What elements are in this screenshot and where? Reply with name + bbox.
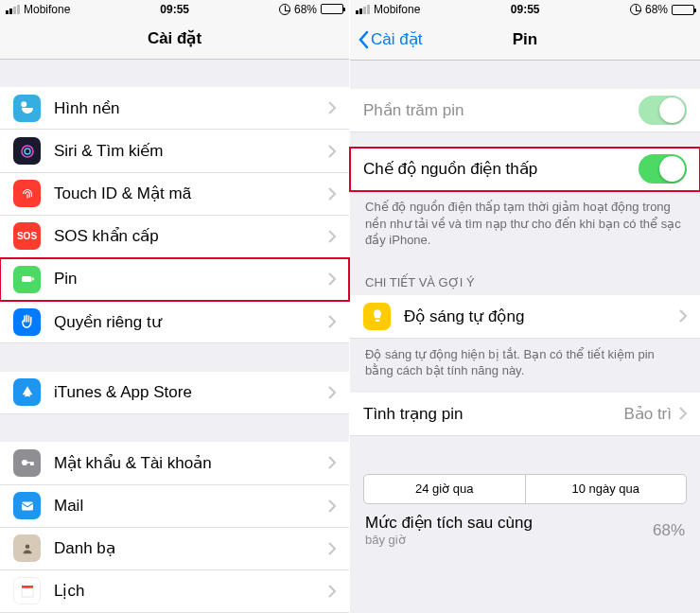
row-label: Quyền riêng tư (54, 312, 328, 332)
page-title: Pin (513, 30, 537, 49)
svg-point-0 (21, 102, 26, 108)
chevron-left-icon (358, 30, 369, 49)
segment-24h[interactable]: 24 giờ qua (364, 475, 525, 503)
fingerprint-icon (13, 180, 41, 207)
signal-icon (6, 5, 20, 14)
chevron-right-icon (328, 456, 336, 469)
battery-icon (13, 266, 41, 293)
row-label: Hình nền (54, 98, 328, 118)
bulb-icon (363, 303, 391, 330)
chevron-right-icon (328, 499, 336, 513)
nav-bar: Cài đặt Pin (350, 19, 700, 61)
row-itunes[interactable]: iTunes & App Store (0, 372, 349, 414)
row-passwords[interactable]: Mật khẩu & Tài khoản (0, 442, 349, 484)
svg-rect-10 (375, 320, 379, 322)
toggle-low-power-mode[interactable] (639, 154, 687, 184)
row-sos[interactable]: SOS SOS khẩn cấp (0, 216, 349, 258)
row-touchid[interactable]: Touch ID & Mật mã (0, 173, 349, 216)
page-title: Cài đặt (148, 28, 201, 48)
toggle-battery-pct (639, 96, 687, 125)
health-value: Bảo trì (623, 404, 672, 424)
svg-rect-9 (22, 588, 33, 597)
row-auto-brightness[interactable]: Độ sáng tự động (350, 295, 700, 339)
hand-icon (13, 308, 41, 336)
status-bar: Mobifone 09:55 68% (0, 0, 349, 19)
status-time: 09:55 (160, 3, 189, 16)
status-time: 09:55 (511, 3, 540, 16)
row-battery-pct: Phần trăm pin (350, 89, 700, 132)
svg-rect-8 (22, 586, 33, 588)
chevron-right-icon (679, 309, 687, 323)
battery-icon (672, 5, 694, 15)
row-label: Pin (54, 270, 328, 289)
row-label: Chế độ nguồn điện thấp (363, 159, 639, 179)
row-privacy[interactable]: Quyền riêng tư (0, 301, 349, 343)
svg-rect-4 (32, 278, 34, 281)
chevron-right-icon (328, 187, 336, 201)
chevron-right-icon (328, 145, 336, 158)
chevron-right-icon (679, 407, 687, 420)
row-contacts[interactable]: Danh bạ (0, 528, 349, 570)
clock-icon (630, 4, 641, 15)
segment-10d[interactable]: 10 ngày qua (525, 475, 687, 503)
battery-pct: 68% (645, 3, 668, 16)
nav-bar: Cài đặt (0, 19, 349, 60)
row-label: Mật khẩu & Tài khoản (54, 453, 328, 473)
row-label: Danh bạ (54, 538, 328, 558)
row-battery[interactable]: Pin (0, 258, 349, 301)
battery-screen: Mobifone 09:55 68% Cài đặt Pin Phần trăm… (350, 0, 700, 613)
appstore-icon (13, 378, 41, 406)
last-charge-row: Mức điện tích sau cùng bây giờ 68% (350, 504, 700, 548)
sos-icon: SOS (13, 222, 41, 250)
time-range-segment[interactable]: 24 giờ qua 10 ngày qua (363, 474, 687, 504)
battery-icon (321, 4, 343, 14)
row-label: iTunes & App Store (54, 383, 328, 402)
auto-bright-hint: Độ sáng tự động hiện bị tắt. Bạn có thể … (350, 339, 700, 393)
back-label: Cài đặt (371, 29, 422, 49)
row-label: SOS khẩn cấp (54, 226, 328, 246)
row-label: Phần trăm pin (363, 100, 639, 120)
row-battery-health[interactable]: Tình trạng pin Bảo trì (350, 393, 700, 436)
signal-icon (356, 5, 370, 14)
svg-point-5 (22, 460, 27, 465)
row-label: Mail (54, 497, 328, 516)
svg-rect-3 (22, 276, 32, 282)
chevron-right-icon (328, 542, 336, 555)
chevron-right-icon (328, 230, 336, 243)
settings-screen: Mobifone 09:55 68% Cài đặt Hình nền Siri… (0, 0, 350, 613)
key-icon (13, 449, 41, 477)
battery-pct: 68% (294, 3, 317, 16)
chevron-right-icon (328, 101, 336, 114)
section-header: CHI TIẾT VÀ GỢI Ý (350, 262, 700, 295)
row-label: Siri & Tìm kiếm (54, 141, 328, 161)
svg-point-1 (22, 146, 33, 157)
last-charge-value: 68% (653, 521, 685, 540)
row-wallpaper[interactable]: Hình nền (0, 87, 349, 130)
row-siri[interactable]: Siri & Tìm kiếm (0, 130, 349, 172)
carrier: Mobifone (374, 3, 420, 16)
mail-icon (13, 492, 41, 519)
chevron-right-icon (328, 315, 336, 328)
clock-icon (279, 4, 290, 15)
row-label: Lịch (54, 581, 328, 601)
status-bar: Mobifone 09:55 68% (350, 0, 700, 19)
row-label: Tình trạng pin (363, 404, 623, 424)
row-low-power-mode[interactable]: Chế độ nguồn điện thấp (350, 148, 700, 191)
wallpaper-icon (13, 95, 41, 122)
contacts-icon (13, 534, 41, 562)
row-label: Touch ID & Mật mã (54, 184, 328, 203)
chevron-right-icon (328, 386, 336, 399)
row-mail[interactable]: Mail (0, 485, 349, 528)
chevron-right-icon (328, 272, 336, 286)
last-charge-label: Mức điện tích sau cùng (365, 514, 533, 533)
calendar-icon (13, 577, 41, 604)
row-calendar[interactable]: Lịch (0, 570, 349, 613)
siri-icon (13, 137, 41, 165)
carrier: Mobifone (24, 3, 70, 16)
svg-point-7 (25, 544, 29, 549)
lpm-hint: Chế độ nguồn điện thấp tạm thời giảm hoạ… (350, 191, 700, 262)
svg-point-2 (25, 149, 30, 154)
last-charge-time: bây giờ (365, 533, 533, 548)
back-button[interactable]: Cài đặt (358, 29, 422, 49)
svg-rect-6 (22, 501, 33, 510)
